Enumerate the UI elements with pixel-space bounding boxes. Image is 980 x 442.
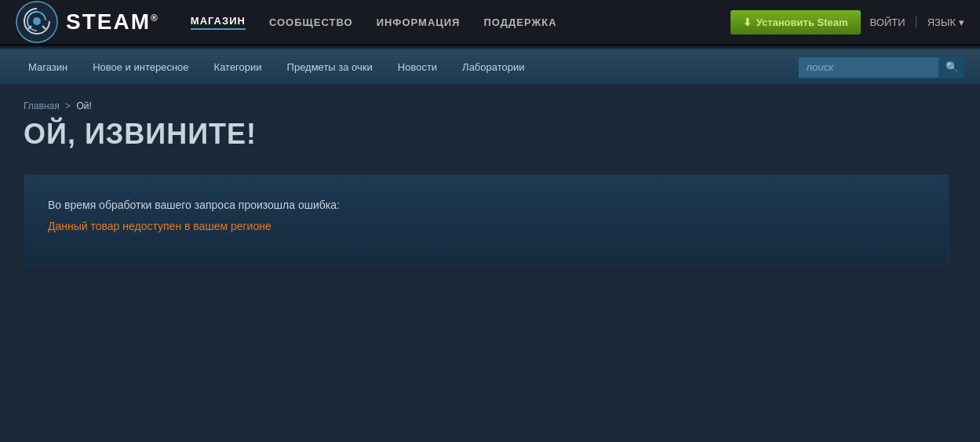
sec-nav-shop[interactable]: Магазин [16,50,80,85]
error-link[interactable]: Данный товар недоступен в вашем регионе [48,220,271,232]
brand-name: STEAM® [66,9,159,35]
error-description: Во время обработки вашего запроса произо… [48,199,925,211]
top-right-controls: ⬇ Установить Steam ВОЙТИ | ЯЗЫК ▾ [730,10,964,35]
page-title: ОЙ, ИЗВИНИТЕ! [24,118,956,151]
search-area: 🔍 [798,57,964,79]
language-selector[interactable]: ЯЗЫК ▾ [927,16,964,28]
nav-support[interactable]: ПОДДЕРЖКА [483,16,556,28]
sec-nav-labs[interactable]: Лаборатории [450,50,537,85]
steam-logo-icon [16,1,58,43]
sec-nav-new[interactable]: Новое и интересное [80,50,201,85]
error-box: Во время обработки вашего запроса произо… [24,174,949,265]
login-link[interactable]: ВОЙТИ [870,16,905,28]
svg-point-2 [33,17,41,25]
breadcrumb-current: Ой! [76,100,91,111]
sec-nav-points[interactable]: Предметы за очки [275,50,385,85]
nav-store[interactable]: МАГАЗИН [191,15,246,30]
separator: | [915,15,918,29]
top-bar: STEAM® МАГАЗИН СООБЩЕСТВО ИНФОРМАЦИЯ ПОД… [0,0,980,44]
main-content: Главная > Ой! ОЙ, ИЗВИНИТЕ! Во время обр… [0,85,980,383]
logo-area: STEAM® [16,1,159,43]
breadcrumb: Главная > Ой! [24,100,956,111]
download-icon: ⬇ [743,16,752,28]
top-navigation: МАГАЗИН СООБЩЕСТВО ИНФОРМАЦИЯ ПОДДЕРЖКА [191,15,730,30]
sec-nav-categories[interactable]: Категории [202,50,275,85]
search-icon: 🔍 [945,61,959,73]
nav-community[interactable]: СООБЩЕСТВО [269,16,353,28]
breadcrumb-home[interactable]: Главная [24,100,60,111]
search-button[interactable]: 🔍 [939,57,964,79]
breadcrumb-separator: > [65,100,71,111]
chevron-down-icon: ▾ [959,16,964,28]
sec-nav-news[interactable]: Новости [385,50,450,85]
install-steam-button[interactable]: ⬇ Установить Steam [730,10,861,35]
secondary-navigation: Магазин Новое и интересное Категории Пре… [0,50,980,85]
search-input[interactable] [798,57,939,79]
nav-about[interactable]: ИНФОРМАЦИЯ [377,16,461,28]
